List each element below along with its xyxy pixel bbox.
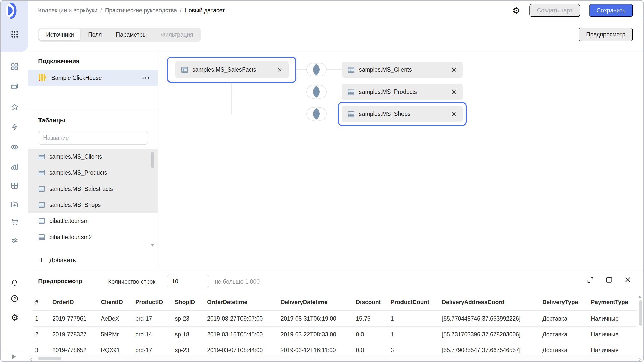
breadcrumb-separator: /	[100, 7, 102, 14]
breadcrumb-item-collections[interactable]: Коллекции и воркбуки	[38, 7, 97, 14]
cell: 0.0	[354, 327, 389, 342]
column-header: PaymentType	[589, 294, 637, 311]
collections-icon[interactable]	[10, 82, 19, 91]
table-icon	[38, 185, 45, 192]
create-chart-button[interactable]: Создать чарт	[529, 4, 580, 17]
scroll-left-icon[interactable]: ‹	[30, 355, 32, 362]
cell: Доставка	[540, 327, 589, 342]
expand-play-icon[interactable]	[12, 354, 16, 359]
tab-filtering[interactable]: Фильтрация	[154, 29, 200, 40]
cell: prd-17	[133, 342, 173, 355]
table-item-ms-salesfacts[interactable]: samples.MS_SalesFacts	[28, 181, 158, 197]
breadcrumb-separator: /	[180, 7, 181, 14]
preview-horizontal-scrollbar-thumb[interactable]	[38, 357, 61, 360]
breadcrumb-item-guides[interactable]: Практические руководства	[105, 7, 177, 14]
bell-icon[interactable]	[10, 279, 19, 287]
close-icon[interactable]	[276, 67, 283, 73]
source-chip-clients[interactable]: samples.MS_Clients	[342, 62, 463, 78]
sources-canvas: samples.MS_SalesFacts samples.MS_Clients…	[158, 52, 643, 270]
tables-list: samples.MS_Clients samples.MS_Products s…	[28, 149, 158, 250]
expand-icon[interactable]	[587, 276, 594, 284]
cell: RQX91	[99, 342, 133, 355]
column-header: DeliveryType	[540, 294, 589, 311]
source-chip-products[interactable]: samples.MS_Products	[342, 84, 463, 100]
table-icon	[38, 153, 45, 160]
table-item-clipped[interactable]	[28, 245, 158, 250]
cell: sp-23	[173, 342, 205, 355]
table-item-tourism2[interactable]: bibattle.tourism2	[28, 229, 158, 245]
row-count-input[interactable]	[167, 275, 209, 288]
table-grid-icon[interactable]	[10, 181, 19, 190]
column-header: DeliveryDatetime	[278, 294, 354, 311]
scroll-right-icon[interactable]: ›	[639, 355, 641, 362]
table-row: 3 2019-778652 RQX91 prd-17 sp-23 2019-03…	[33, 342, 637, 355]
cell: 3	[33, 342, 50, 355]
sliders-icon[interactable]	[10, 236, 19, 245]
dock-right-icon[interactable]	[605, 276, 613, 284]
close-icon[interactable]	[451, 67, 457, 73]
column-header: Discount	[354, 294, 389, 311]
table-item-ms-products[interactable]: samples.MS_Products	[28, 165, 158, 181]
ellipsis-icon[interactable]	[142, 77, 149, 79]
gear-icon[interactable]: ⚙	[10, 313, 19, 322]
sidebar-footer	[1, 351, 28, 361]
lightning-icon[interactable]	[10, 123, 19, 131]
source-chip-label: samples.MS_Products	[359, 88, 447, 95]
dashboard-icon[interactable]	[10, 62, 19, 71]
save-button[interactable]: Сохранить	[589, 4, 633, 17]
table-row: 1 2019-777961 AeDeX prd-17 sp-23 2019-08…	[33, 311, 637, 327]
preview-toggle-button[interactable]: Предпросмотр	[579, 28, 633, 41]
cell: 1	[389, 327, 440, 342]
help-icon[interactable]: ?	[10, 294, 19, 303]
table-item-tourism[interactable]: bibattle.tourism	[28, 213, 158, 229]
cell: 15.75	[354, 311, 389, 327]
table-icon	[38, 234, 45, 241]
tab-sources[interactable]: Источники	[39, 29, 80, 40]
cell: 2019-03-16T05:45:00	[205, 327, 278, 342]
table-item-ms-shops[interactable]: samples.MS_Shops	[28, 197, 158, 213]
tables-list-scroll-down-icon[interactable]	[151, 244, 154, 247]
table-icon	[347, 88, 355, 96]
cell: sp-18	[173, 327, 205, 342]
cell: [55.731703396,37.678203006]	[440, 327, 540, 342]
cell: 2019-08-27T09:07:00	[205, 311, 278, 327]
source-chip-label: samples.MS_Clients	[359, 66, 447, 73]
tab-parameters[interactable]: Параметры	[109, 29, 153, 40]
venn-circles-icon[interactable]	[10, 143, 19, 151]
close-icon[interactable]	[451, 111, 457, 117]
bar-chart-icon[interactable]	[10, 162, 19, 171]
source-chip-shops[interactable]: samples.MS_Shops	[342, 106, 463, 122]
tab-fields[interactable]: Поля	[82, 29, 108, 40]
tables-list-scrollbar-thumb[interactable]	[151, 152, 154, 168]
close-icon[interactable]	[451, 89, 457, 95]
sidebar: ? ⚙	[1, 1, 28, 361]
preview-vertical-scrollbar-thumb[interactable]	[639, 300, 642, 326]
join-type-icon-inner-3[interactable]	[303, 104, 330, 124]
cell: Наличные	[589, 327, 637, 342]
cell: 1	[389, 311, 440, 327]
source-chip-salesfacts[interactable]: samples.MS_SalesFacts	[175, 61, 289, 78]
apps-grid-icon[interactable]	[10, 30, 19, 39]
preview-horizontal-scrollbar[interactable]: ‹ ›	[28, 355, 643, 362]
cell: 2019-778327	[50, 327, 99, 342]
close-icon[interactable]	[624, 276, 631, 284]
storage-folder-icon[interactable]	[10, 200, 19, 209]
topbar: Коллекции и воркбуки / Практические руко…	[28, 1, 643, 20]
preview-table: # OrderID ClientID ProductID ShopID Orde…	[33, 294, 639, 355]
cell: Доставка	[540, 342, 589, 355]
dataset-settings-gear-icon[interactable]: ⚙	[512, 6, 520, 15]
cell: Наличные	[589, 311, 637, 327]
datalens-logo[interactable]	[5, 3, 17, 20]
marketplace-cart-icon[interactable]	[10, 218, 19, 226]
table-item-label: bibattle.tourism	[49, 218, 89, 224]
join-type-icon-inner-1[interactable]	[303, 60, 330, 80]
table-search-input[interactable]	[38, 131, 148, 145]
connections-title: Подключения	[38, 58, 80, 65]
connection-item-sample-clickhouse[interactable]: Sample ClickHouse	[28, 70, 158, 86]
favorites-star-icon[interactable]	[10, 103, 19, 111]
table-icon	[38, 169, 45, 176]
join-type-icon-inner-2[interactable]	[303, 82, 330, 102]
preview-scroll-up-icon[interactable]	[638, 296, 641, 298]
add-table-button[interactable]: Добавить	[38, 255, 76, 266]
table-item-ms-clients[interactable]: samples.MS_Clients	[28, 149, 158, 165]
